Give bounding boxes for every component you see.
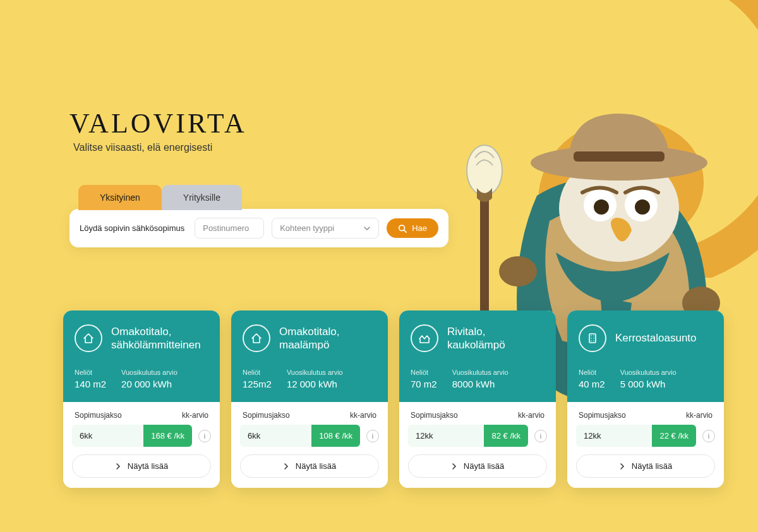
- period-label: Sopimusjakso: [579, 411, 626, 420]
- card-title: Rivitalo, kaukolämpö: [447, 325, 544, 352]
- area-value: 140 m2: [75, 379, 106, 389]
- search-button[interactable]: Hae: [387, 218, 438, 238]
- area-value: 125m2: [243, 379, 272, 389]
- show-more-button[interactable]: Näytä lisää: [240, 454, 379, 478]
- apartment-icon: [579, 324, 606, 352]
- type-select[interactable]: Kohteen tyyppi: [272, 218, 379, 239]
- period-value: 12kk: [576, 425, 652, 447]
- period-value: 6kk: [72, 425, 143, 447]
- brand-tagline: Valitse viisaasti, elä energisesti: [73, 142, 695, 153]
- chevron-right-icon: [283, 463, 289, 470]
- area-value: 40 m2: [579, 379, 605, 389]
- info-icon[interactable]: i: [702, 430, 715, 442]
- area-label: Neliöt: [243, 369, 272, 376]
- show-more-label: Näytä lisää: [296, 461, 336, 471]
- house-icon: [243, 324, 270, 352]
- consumption-value: 12 000 kWh: [287, 379, 343, 389]
- plan-card: Omakotitalo, maalämpö Neliöt 125m2 Vuosi…: [231, 310, 388, 488]
- info-icon[interactable]: i: [366, 430, 379, 442]
- monthly-label: kk-arvio: [350, 411, 376, 420]
- area-label: Neliöt: [75, 369, 106, 376]
- monthly-label: kk-arvio: [182, 411, 208, 420]
- area-label: Neliöt: [579, 369, 605, 376]
- period-label: Sopimusjakso: [411, 411, 458, 420]
- plan-card: Kerrostaloasunto Neliöt 40 m2 Vuosikulut…: [567, 310, 724, 488]
- price-value: 22 € /kk: [652, 425, 696, 447]
- period-value: 12kk: [408, 425, 484, 447]
- info-icon[interactable]: i: [198, 430, 211, 442]
- consumption-label: Vuosikulutus arvio: [620, 369, 677, 376]
- show-more-button[interactable]: Näytä lisää: [576, 454, 715, 478]
- postal-placeholder: Postinumero: [203, 223, 249, 233]
- chevron-right-icon: [619, 463, 625, 470]
- card-title: Omakotitalo, sähkölämmitteinen: [111, 325, 208, 352]
- show-more-button[interactable]: Näytä lisää: [408, 454, 547, 478]
- consumption-value: 5 000 kWh: [620, 379, 677, 389]
- postal-input[interactable]: Postinumero: [195, 218, 264, 239]
- show-more-label: Näytä lisää: [632, 461, 672, 471]
- search-icon: [398, 224, 407, 233]
- svg-line-12: [404, 230, 407, 232]
- tab-private[interactable]: Yksityinen: [78, 185, 162, 210]
- brand-name: VALOVIRTA: [69, 107, 695, 139]
- search-bar: Löydä sopivin sähkösopimus Postinumero K…: [69, 209, 448, 247]
- search-button-label: Hae: [412, 223, 427, 233]
- search-block: Yksityinen Yrityksille Löydä sopivin säh…: [69, 184, 448, 247]
- card-title: Omakotitalo, maalämpö: [279, 325, 376, 352]
- chevron-down-icon: [363, 225, 371, 232]
- area-value: 70 m2: [411, 379, 437, 389]
- rowhouse-icon: [411, 324, 438, 352]
- cards-row: Omakotitalo, sähkölämmitteinen Neliöt 14…: [63, 310, 745, 488]
- search-label: Löydä sopivin sähkösopimus: [80, 223, 187, 233]
- show-more-label: Näytä lisää: [464, 461, 504, 471]
- monthly-label: kk-arvio: [518, 411, 544, 420]
- consumption-value: 20 000 kWh: [121, 379, 177, 389]
- area-label: Neliöt: [411, 369, 437, 376]
- tab-business[interactable]: Yrityksille: [162, 185, 242, 210]
- info-icon[interactable]: i: [534, 430, 547, 442]
- consumption-value: 8000 kWh: [452, 379, 508, 389]
- monthly-label: kk-arvio: [686, 411, 713, 420]
- consumption-label: Vuosikulutus arvio: [121, 369, 177, 376]
- plan-card: Rivitalo, kaukolämpö Neliöt 70 m2 Vuosik…: [399, 310, 556, 488]
- show-more-label: Näytä lisää: [128, 461, 168, 471]
- price-value: 168 € /kk: [143, 425, 192, 447]
- card-title: Kerrostaloasunto: [615, 331, 697, 345]
- show-more-button[interactable]: Näytä lisää: [72, 454, 211, 478]
- house-icon: [75, 324, 102, 352]
- price-value: 82 € /kk: [484, 425, 528, 447]
- consumption-label: Vuosikulutus arvio: [287, 369, 343, 376]
- type-placeholder: Kohteen tyyppi: [280, 223, 334, 233]
- chevron-right-icon: [451, 463, 457, 470]
- chevron-right-icon: [115, 463, 121, 470]
- period-label: Sopimusjakso: [243, 411, 290, 420]
- consumption-label: Vuosikulutus arvio: [452, 369, 508, 376]
- price-value: 108 € /kk: [311, 425, 360, 447]
- plan-card: Omakotitalo, sähkölämmitteinen Neliöt 14…: [63, 310, 220, 488]
- period-label: Sopimusjakso: [75, 411, 122, 420]
- period-value: 6kk: [240, 425, 311, 447]
